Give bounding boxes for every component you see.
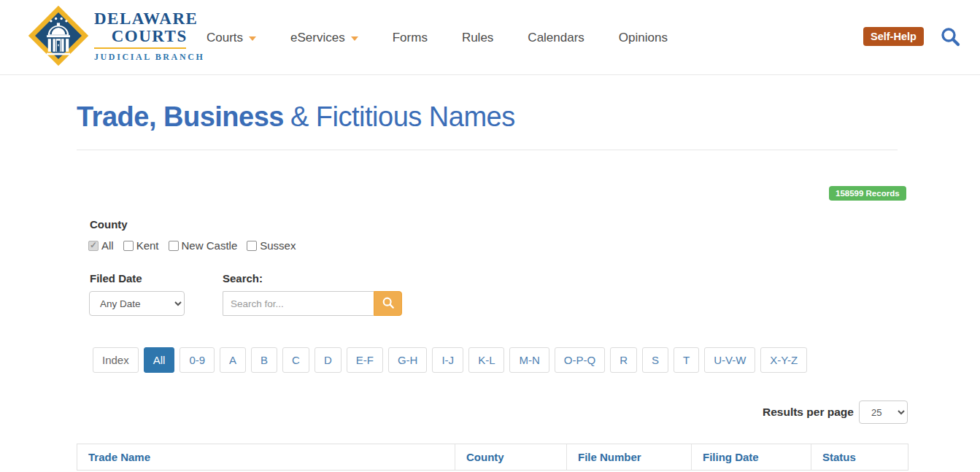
logo-wordmark: DELAWARE COURTS JUDICIAL BRANCH <box>94 5 204 63</box>
nav-item-label: Opinions <box>619 31 668 45</box>
table-header-cell[interactable]: Trade Name <box>77 444 455 470</box>
nav-item[interactable]: Rules <box>462 31 493 45</box>
county-checkbox-label: Kent <box>136 239 159 252</box>
results-table-header: Trade Name County File Number Filing Dat… <box>77 444 908 471</box>
search-label: Search: <box>223 272 263 285</box>
nav-item[interactable]: Opinions <box>619 31 668 45</box>
logo-subtitle: JUDICIAL BRANCH <box>94 52 204 63</box>
county-checkbox-option[interactable]: Sussex <box>247 239 296 252</box>
table-header-cell[interactable]: Filing Date <box>691 444 811 470</box>
alphabet-filter-button[interactable]: D <box>315 347 342 373</box>
county-checkbox-input[interactable] <box>247 241 257 251</box>
nav-item-label: Calendars <box>528 31 584 45</box>
chevron-down-icon <box>249 36 256 41</box>
page-title-rest: & Fictitious Names <box>290 101 515 132</box>
nav-item-label: Rules <box>462 31 493 45</box>
filed-date-label: Filed Date <box>90 272 142 285</box>
county-checkbox-group: All Kent New Castle Sussex <box>88 239 296 252</box>
table-header-cell[interactable]: County <box>455 444 566 470</box>
alphabet-filter-button[interactable]: O-P-Q <box>555 347 605 373</box>
county-checkbox-label: New Castle <box>182 239 238 252</box>
alphabet-filter-button[interactable]: M-N <box>509 347 549 373</box>
nav-item-label: eServices <box>290 31 345 45</box>
alphabet-filter-button[interactable]: K-L <box>468 347 504 373</box>
county-checkbox-input[interactable] <box>169 241 179 251</box>
filed-date-select[interactable]: Any Date <box>89 291 185 316</box>
search-icon <box>382 296 395 312</box>
main-nav: Courts eServices Forms Rules <box>207 0 668 75</box>
county-checkbox-option[interactable]: All <box>88 239 114 252</box>
nav-item-label: Forms <box>393 31 428 45</box>
alphabet-filter-button[interactable]: E-F <box>347 347 383 373</box>
logo-title-line1: DELAWARE <box>94 10 204 28</box>
alphabet-filter-button[interactable]: S <box>642 347 668 373</box>
alphabet-filter-button[interactable]: X-Y-Z <box>760 347 807 373</box>
page-title: Trade, Business& Fictitious Names <box>77 101 515 133</box>
county-checkbox-input[interactable] <box>123 241 134 251</box>
alphabet-filter-button[interactable]: U-V-W <box>704 347 755 373</box>
results-per-page-label: Results per page <box>763 406 854 419</box>
county-checkbox-label: Sussex <box>260 239 296 252</box>
delaware-courts-logo[interactable]: DELAWARE COURTS JUDICIAL BRANCH <box>28 5 204 69</box>
header-search-icon[interactable] <box>939 26 961 50</box>
search-submit-button[interactable] <box>374 291 402 316</box>
nav-item[interactable]: Forms <box>393 31 428 45</box>
search-group <box>223 291 402 316</box>
records-count-badge: 158599 Records <box>829 186 906 201</box>
alphabet-filter-row: Index All 0-9 A B C D E-F G-H I-J K-L M-… <box>93 347 807 373</box>
alphabet-filter-button[interactable]: A <box>220 347 246 373</box>
chevron-down-icon <box>351 36 358 41</box>
alphabet-filter-button[interactable]: C <box>282 347 309 373</box>
logo-gold-rule <box>94 47 186 49</box>
alphabet-filter-button[interactable]: 0-9 <box>180 347 215 373</box>
table-header-cell[interactable]: File Number <box>566 444 691 470</box>
table-header-cell[interactable]: Status <box>811 444 908 470</box>
results-table: Trade Name County File Number Filing Dat… <box>77 444 908 471</box>
delaware-courts-seal-icon <box>28 5 89 69</box>
site-header: DELAWARE COURTS JUDICIAL BRANCH Courts e… <box>0 0 980 75</box>
alphabet-filter-button[interactable]: Index <box>93 347 139 373</box>
county-checkbox-option[interactable]: Kent <box>123 239 159 252</box>
county-checkbox-label: All <box>101 239 114 252</box>
nav-item[interactable]: eServices <box>290 31 358 45</box>
alphabet-filter-button[interactable]: All <box>144 347 175 373</box>
alphabet-filter-button[interactable]: G-H <box>388 347 428 373</box>
nav-item-label: Courts <box>207 31 243 45</box>
title-divider <box>77 150 898 150</box>
page-title-bold: Trade, Business <box>77 101 284 132</box>
trade-business-names-page: DELAWARE COURTS JUDICIAL BRANCH Courts e… <box>0 0 980 472</box>
alphabet-filter-button[interactable]: I-J <box>432 347 463 373</box>
alphabet-filter-button[interactable]: T <box>674 347 699 373</box>
alphabet-filter-button[interactable]: B <box>251 347 277 373</box>
alphabet-filter-button[interactable]: R <box>610 347 637 373</box>
logo-title-line2: COURTS <box>94 28 204 45</box>
nav-item[interactable]: Calendars <box>528 31 584 45</box>
county-filter-label: County <box>90 218 128 231</box>
county-checkbox-option[interactable]: New Castle <box>169 239 238 252</box>
nav-item[interactable]: Courts <box>207 31 256 45</box>
search-input[interactable] <box>223 291 374 316</box>
self-help-button[interactable]: Self-Help <box>863 27 924 46</box>
county-checkbox-input[interactable] <box>88 241 99 251</box>
results-per-page-select[interactable]: 25 <box>859 401 908 424</box>
